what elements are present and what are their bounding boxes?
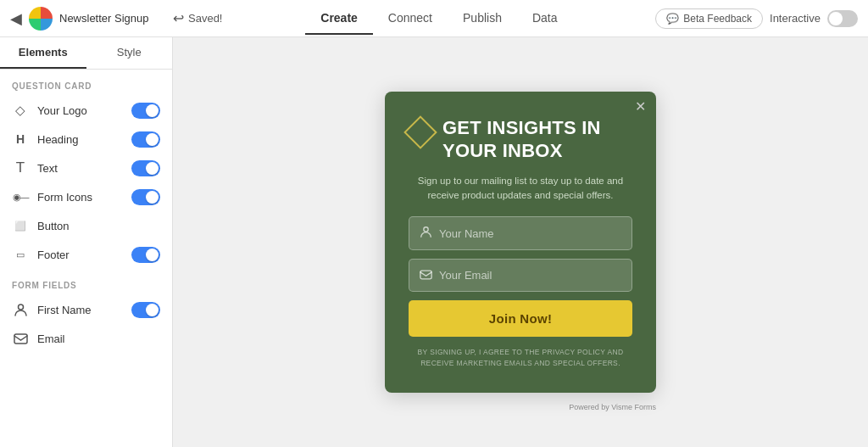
toggle-logo[interactable] <box>131 103 160 119</box>
nav-right: 💬 Beta Feedback Interactive <box>655 8 858 29</box>
name-input[interactable] <box>439 227 621 240</box>
form-icons-icon: ◉— <box>12 188 29 205</box>
powered-by: Powered by Visme Forms <box>569 403 656 411</box>
toggle-footer[interactable] <box>131 247 160 263</box>
name-input-wrap <box>409 216 632 250</box>
text-icon: T <box>12 159 29 176</box>
item-label-text: Text <box>37 162 123 175</box>
saved-indicator: ↩ Saved! <box>173 10 222 26</box>
toggle-text[interactable] <box>131 160 160 176</box>
heading-icon: H <box>12 131 29 148</box>
svg-rect-3 <box>420 271 431 280</box>
item-text: T Text <box>0 154 172 182</box>
section-question-card: QUESTION CARD <box>0 70 172 96</box>
form-card: ✕ GET INSIGHTS IN YOUR INBOX Sign up to … <box>385 92 656 393</box>
tab-connect[interactable]: Connect <box>373 3 448 35</box>
card-subtitle: Sign up to our mailing list to stay up t… <box>409 174 632 204</box>
item-label-button: Button <box>37 220 160 232</box>
person-icon <box>12 301 29 318</box>
toggle-heading[interactable] <box>131 131 160 148</box>
interactive-label: Interactive <box>770 12 821 25</box>
item-label-email: Email <box>37 332 160 345</box>
card-header: GET INSIGHTS IN YOUR INBOX <box>409 117 632 162</box>
item-your-logo: ◇ Your Logo <box>0 96 172 125</box>
item-footer: ▭ Footer <box>0 240 172 269</box>
interactive-toggle[interactable] <box>827 10 858 27</box>
back-button[interactable]: ◀ <box>10 9 22 28</box>
tab-elements[interactable]: Elements <box>0 37 86 69</box>
join-button[interactable]: Join Now! <box>409 300 632 337</box>
tab-publish[interactable]: Publish <box>448 3 517 35</box>
undo-icon[interactable]: ↩ <box>173 10 184 26</box>
svg-rect-1 <box>14 334 27 344</box>
feedback-icon: 💬 <box>666 13 679 25</box>
sidebar-tabs: Elements Style <box>0 37 172 70</box>
logo-icon: ◇ <box>12 102 29 119</box>
disclaimer-text: BY SIGNING UP, I AGREE TO THE PRIVACY PO… <box>409 347 632 369</box>
item-first-name: First Name <box>0 295 172 324</box>
close-button[interactable]: ✕ <box>635 100 646 114</box>
saved-label: Saved! <box>188 12 222 25</box>
item-label-logo: Your Logo <box>37 104 123 117</box>
svg-point-2 <box>424 227 428 232</box>
topnav: ◀ Newsletter Signup ↩ Saved! Create Conn… <box>0 0 868 37</box>
toggle-knob <box>829 12 843 25</box>
toggle-first-name[interactable] <box>131 302 160 318</box>
beta-feedback-label: Beta Feedback <box>683 13 752 25</box>
main-layout: Elements Style QUESTION CARD ◇ Your Logo… <box>0 37 868 447</box>
item-button: ⬜ Button <box>0 211 172 240</box>
topnav-left: ◀ Newsletter Signup <box>10 7 163 31</box>
item-label-footer: Footer <box>37 249 123 261</box>
nav-tabs: Create Connect Publish Data <box>232 3 645 35</box>
project-name: Newsletter Signup <box>59 12 149 25</box>
beta-feedback-button[interactable]: 💬 Beta Feedback <box>655 8 763 29</box>
item-form-icons: ◉— Form Icons <box>0 182 172 211</box>
name-field-icon <box>420 226 432 241</box>
item-email: Email <box>0 324 172 353</box>
email-field-icon <box>420 268 432 282</box>
item-heading: H Heading <box>0 125 172 154</box>
tab-style[interactable]: Style <box>86 37 173 69</box>
toggle-form-icons[interactable] <box>131 189 160 205</box>
item-label-heading: Heading <box>37 133 123 146</box>
sidebar: Elements Style QUESTION CARD ◇ Your Logo… <box>0 37 173 447</box>
svg-point-0 <box>18 305 23 310</box>
footer-icon: ▭ <box>12 246 29 263</box>
card-title: GET INSIGHTS IN YOUR INBOX <box>442 117 632 162</box>
email-input-wrap <box>409 259 632 292</box>
tab-create[interactable]: Create <box>305 3 373 35</box>
email-icon <box>12 330 29 347</box>
button-icon: ⬜ <box>12 217 29 234</box>
form-card-wrapper: ✕ GET INSIGHTS IN YOUR INBOX Sign up to … <box>385 92 656 393</box>
item-label-form-icons: Form Icons <box>37 191 123 204</box>
item-label-first-name: First Name <box>37 304 123 316</box>
diamond-icon <box>403 115 437 149</box>
tab-data[interactable]: Data <box>517 3 573 35</box>
section-form-fields: FORM FIELDS <box>0 269 172 295</box>
app-logo <box>29 7 53 31</box>
email-input[interactable] <box>439 269 621 282</box>
canvas: ✕ GET INSIGHTS IN YOUR INBOX Sign up to … <box>173 37 868 447</box>
